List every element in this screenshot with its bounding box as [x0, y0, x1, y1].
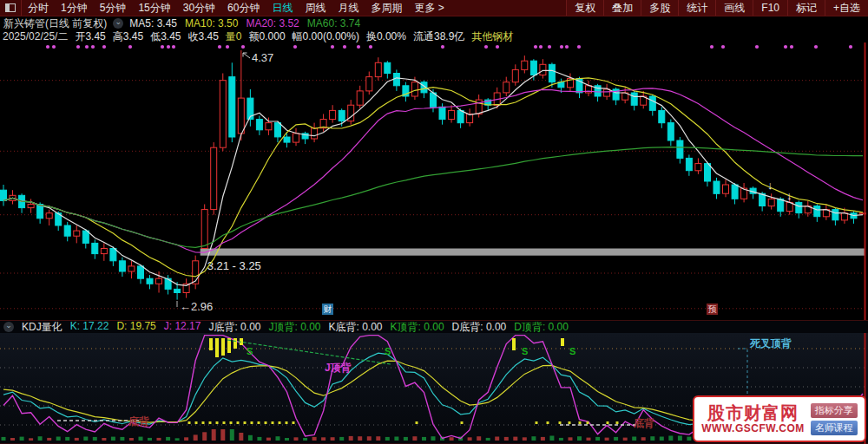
kdj-mini-bar [394, 437, 398, 441]
kdj-bottom-dot [293, 421, 295, 424]
kdj-mini-bar [65, 437, 69, 441]
signal-dot [539, 45, 542, 49]
kdj-mini-bar [175, 438, 180, 441]
signal-dot [484, 45, 488, 49]
watermark-badges: 指标分享 名师课程 [811, 403, 858, 435]
kdj-mini-bar [404, 437, 408, 441]
window-split-button[interactable] [0, 0, 22, 16]
kdj-mini-bar [614, 437, 618, 441]
quote-field-6: 幅0.00(0.00%) [293, 29, 359, 44]
toolbar-button-4[interactable]: 画线 [715, 0, 753, 16]
kdj-header-item-3: J: 12.17 [164, 320, 201, 335]
period-tab-10[interactable]: 更多 > [408, 1, 450, 16]
signal-dot [784, 45, 787, 49]
kdj-mini-bar [349, 436, 353, 441]
quote-field-1: 高3.45 [113, 29, 143, 44]
kdj-mini-bar [412, 436, 417, 441]
kdj-mini-bar [678, 436, 682, 441]
sell-s-mark: S [247, 346, 253, 356]
period-tab-3[interactable]: 15分钟 [132, 1, 176, 16]
kdj-bottom-dot [237, 421, 240, 424]
kdj-bottom-dot [616, 421, 619, 424]
detail-row: 2025/02/25/二 开3.45高3.45低3.45收3.45量0额0.00… [0, 30, 868, 42]
kdj-bottom-dot [195, 421, 198, 424]
candlestick-chart-canvas[interactable]: 3.21 - 3.254.37←2.96↓↓ [0, 42, 868, 320]
kdj-header-item-7: K顶背: 0.00 [391, 320, 444, 335]
app-window: { "titlebar": { "left_items": ["分时","1分钟… [0, 0, 868, 444]
toolbar-button-7[interactable]: +自选 [825, 0, 868, 16]
kdj-mini-bar [303, 438, 307, 441]
collapse-main-icon[interactable] [113, 18, 123, 29]
toolbar-button-2[interactable]: 多股 [641, 0, 678, 16]
period-tab-0[interactable]: 分时 [22, 1, 55, 16]
toolbar-button-3[interactable]: 统计 [678, 0, 715, 16]
kdj-header-item-2: D: 19.75 [116, 320, 155, 335]
kdj-mini-bar [641, 437, 646, 441]
kdj-mini-bar [523, 437, 527, 441]
quote-field-0: 开3.45 [75, 29, 105, 44]
kdj-header-item-1: K: 17.22 [70, 320, 109, 335]
label-j_top_divergence: J顶背 [325, 362, 352, 374]
signal-dot [565, 45, 569, 49]
watermark-badge-indicator-share: 指标分享 [811, 403, 858, 418]
kdj-bottom-dot [461, 421, 464, 424]
death-cross-dash [738, 349, 747, 399]
signal-dot [46, 45, 49, 49]
signal-dot [441, 45, 444, 49]
gap-zone-bar [201, 249, 865, 256]
kdj-mini-bar [587, 438, 591, 441]
period-tab-5[interactable]: 60分钟 [221, 1, 266, 16]
signal-dot [814, 45, 818, 49]
kdj-mini-bar [184, 437, 188, 441]
sell-s-mark: S [385, 346, 391, 356]
period-tab-1[interactable]: 1分钟 [55, 1, 94, 16]
period-tab-8[interactable]: 月线 [332, 1, 365, 16]
period-tab-7[interactable]: 周线 [299, 1, 332, 16]
kdj-mini-bar [595, 437, 600, 441]
watermark-url: WWW.GSCFW.COM [701, 422, 804, 434]
period-tab-9[interactable]: 多周期 [365, 1, 408, 16]
kdj-mini-bar [148, 438, 152, 441]
kdj-top-signal-bar [221, 338, 225, 356]
signal-dot [241, 45, 245, 49]
kdj-mini-bar [632, 437, 636, 441]
kdj-top-signal-bar [512, 338, 516, 350]
kdj-mini-bar [623, 438, 628, 441]
signal-dot [167, 45, 170, 49]
kdj-mini-bar [559, 438, 563, 441]
kdj-mini-bar [339, 437, 344, 441]
main-chart: 3.21 - 3.254.37←2.96↓↓ 财 预 [0, 42, 868, 320]
news-badge-yu[interactable]: 预 [707, 304, 718, 315]
kdj-header-item-9: D顶背: 0.00 [514, 320, 569, 335]
news-badge-cai[interactable]: 财 [322, 304, 333, 315]
signal-dot [102, 45, 106, 49]
kdj-mini-bar [422, 437, 426, 441]
kdj-bottom-dot [209, 421, 212, 424]
period-tab-4[interactable]: 30分钟 [177, 1, 221, 16]
period-tab-6[interactable]: 日线 [266, 1, 299, 16]
kdj-mini-bar [220, 429, 225, 441]
kdj-mini-bar [531, 436, 536, 441]
toolbar-button-6[interactable]: 标记 [787, 0, 825, 16]
kdj-pane: SSSSJ顶背底背底背死叉顶背 股市财富网 WWW.GSCFW.COM 指标分享… [0, 333, 868, 444]
period-tab-2[interactable]: 5分钟 [94, 1, 133, 16]
toolbar-button-1[interactable]: 叠加 [603, 0, 641, 16]
kdj-mini-bar [312, 437, 317, 441]
kdj-mini-bar [257, 437, 261, 441]
kdj-header: KDJ量化K: 17.22D: 19.75J: 12.17J底背: 0.00J顶… [0, 320, 868, 333]
signal-dot [710, 45, 713, 49]
kdj-header-item-8: D底背: 0.00 [452, 320, 507, 335]
window-split-icon [5, 3, 16, 12]
quote-field-7: 换0.00% [366, 29, 406, 44]
toolbar-button-5[interactable]: F10 [753, 0, 787, 16]
signal-dot [218, 45, 221, 49]
signal-dot [357, 45, 360, 49]
collapse-kdj-icon[interactable] [3, 322, 14, 332]
signal-dot [343, 45, 346, 49]
toolbar-button-0[interactable]: 复权 [566, 0, 603, 16]
signal-dot [369, 45, 372, 49]
sell-s-mark: S [522, 346, 528, 356]
quote-field-5: 额0.000 [249, 29, 286, 44]
kdj-mini-bar [285, 438, 289, 441]
kdj-mini-bar [504, 437, 509, 441]
